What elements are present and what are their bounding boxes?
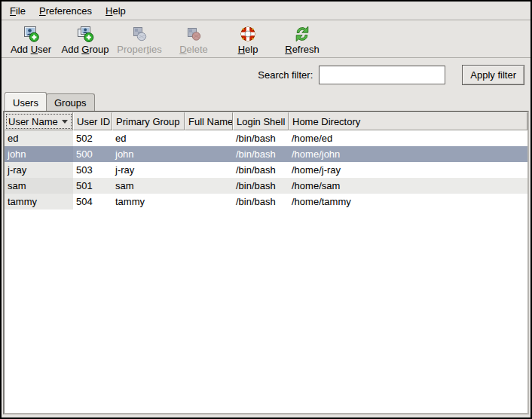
add-user-icon [22, 25, 40, 43]
menu-preferences[interactable]: Preferences [32, 3, 99, 19]
cell-user-name: sam [5, 178, 73, 194]
menu-help[interactable]: Help [99, 3, 133, 19]
cell-full-name [185, 194, 233, 210]
sort-descending-icon [62, 120, 68, 124]
delete-icon [185, 25, 203, 43]
user-manager-window: File Preferences Help Add User [0, 0, 532, 419]
cell-login-shell: /bin/bash [233, 146, 289, 162]
cell-full-name [185, 146, 233, 162]
column-header-full-name[interactable]: Full Name [185, 112, 233, 130]
cell-user-id: 502 [73, 130, 112, 146]
refresh-label: Refresh [285, 44, 320, 55]
delete-button: Delete [167, 22, 221, 57]
apply-filter-button[interactable]: Apply filter [462, 65, 524, 85]
cell-primary-group: tammy [112, 194, 185, 210]
cell-user-name: tammy [5, 194, 73, 210]
cell-user-name: j-ray [5, 162, 73, 178]
refresh-button[interactable]: Refresh [275, 22, 329, 57]
properties-label: Properties [117, 44, 161, 55]
cell-primary-group: j-ray [112, 162, 185, 178]
add-user-label: Add User [11, 44, 51, 55]
column-header-home-directory[interactable]: Home Directory [289, 112, 527, 130]
cell-full-name [185, 130, 233, 146]
cell-home-directory: /home/j-ray [289, 162, 527, 178]
cell-user-id: 501 [73, 178, 112, 194]
cell-primary-group: sam [112, 178, 185, 194]
refresh-icon [293, 25, 311, 43]
menu-file[interactable]: File [3, 3, 32, 19]
cell-full-name [185, 162, 233, 178]
table-header-row: User Name User ID Primary Group Full Nam… [5, 112, 527, 130]
cell-login-shell: /bin/bash [233, 162, 289, 178]
cell-primary-group: ed [112, 130, 185, 146]
column-header-primary-group[interactable]: Primary Group [112, 112, 185, 130]
cell-login-shell: /bin/bash [233, 178, 289, 194]
table-row-j-ray[interactable]: j-ray 503 j-ray /bin/bash /home/j-ray [5, 162, 527, 178]
table-row-tammy[interactable]: tammy 504 tammy /bin/bash /home/tammy [5, 194, 527, 210]
menubar: File Preferences Help [2, 2, 530, 20]
toolbar: Add User Add Group [2, 20, 530, 58]
column-header-user-name[interactable]: User Name [5, 112, 73, 130]
add-group-label: Add Group [62, 44, 109, 55]
tab-users[interactable]: Users [5, 92, 47, 111]
cell-user-name: ed [5, 130, 73, 146]
column-header-login-shell[interactable]: Login Shell [233, 112, 289, 130]
tab-groups[interactable]: Groups [46, 93, 95, 111]
cell-primary-group: john [112, 146, 185, 162]
search-filter-input[interactable] [319, 66, 445, 84]
help-icon [239, 25, 257, 43]
table-row-ed[interactable]: ed 502 ed /bin/bash /home/ed [5, 130, 527, 146]
users-table: User Name User ID Primary Group Full Nam… [3, 111, 529, 414]
add-user-button[interactable]: Add User [4, 22, 58, 57]
table-row-john-selected[interactable]: john 500 john /bin/bash /home/john [5, 146, 527, 162]
cell-login-shell: /bin/bash [233, 194, 289, 210]
cell-home-directory: /home/tammy [289, 194, 527, 210]
cell-home-directory: /home/john [289, 146, 527, 162]
properties-button: Properties [112, 22, 167, 57]
cell-home-directory: /home/sam [289, 178, 527, 194]
cell-user-id: 503 [73, 162, 112, 178]
help-label: Help [238, 44, 258, 55]
tab-strip: Users Groups [2, 87, 530, 111]
table-row-sam[interactable]: sam 501 sam /bin/bash /home/sam [5, 178, 527, 194]
cell-user-id: 504 [73, 194, 112, 210]
delete-label: Delete [179, 44, 208, 55]
table-empty-area [5, 210, 527, 413]
column-header-user-id[interactable]: User ID [73, 112, 112, 130]
add-group-button[interactable]: Add Group [58, 22, 112, 57]
search-filter-label: Search filter: [258, 69, 313, 81]
help-button[interactable]: Help [221, 22, 275, 57]
cell-home-directory: /home/ed [289, 130, 527, 146]
add-group-icon [76, 25, 94, 43]
cell-user-id: 500 [73, 146, 112, 162]
cell-full-name [185, 178, 233, 194]
properties-icon [130, 25, 148, 43]
search-filter-row: Search filter: Apply filter [2, 58, 530, 85]
table-body: ed 502 ed /bin/bash /home/ed john 500 jo… [5, 130, 527, 413]
cell-user-name: john [5, 146, 73, 162]
cell-login-shell: /bin/bash [233, 130, 289, 146]
